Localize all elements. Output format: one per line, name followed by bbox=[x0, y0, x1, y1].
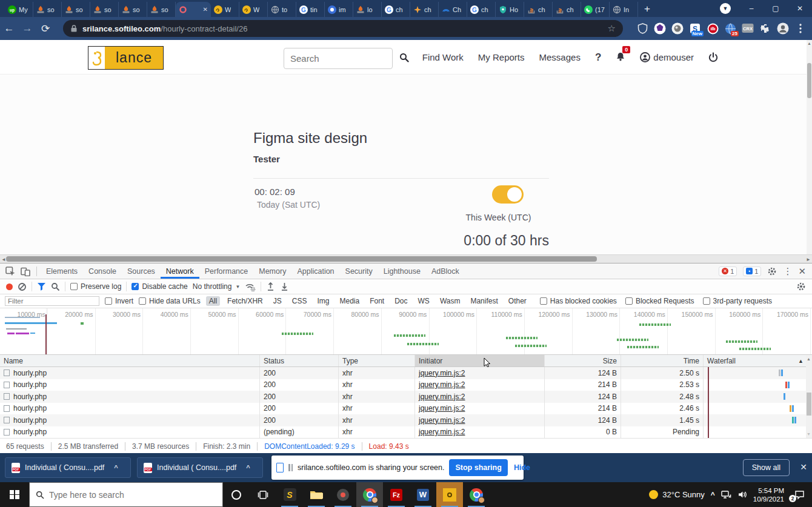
avatar-extension-icon[interactable] bbox=[776, 22, 790, 35]
hide-data-urls-checkbox[interactable]: Hide data URLs bbox=[139, 297, 201, 305]
chrome-profile-icon[interactable] bbox=[463, 482, 490, 507]
filter-checkbox-blocked-requests[interactable]: Blocked Requests bbox=[625, 297, 694, 305]
devtools-tab-memory[interactable]: Memory bbox=[253, 263, 291, 279]
bookmark-star-icon[interactable]: ☆ bbox=[608, 23, 616, 34]
table-row[interactable]: hourly.php200xhrjquery.min.js:2214 B2.53… bbox=[0, 379, 812, 391]
back-button[interactable]: ← bbox=[0, 22, 18, 35]
devtools-tab-performance[interactable]: Performance bbox=[199, 263, 254, 279]
network-conditions-icon[interactable] bbox=[245, 282, 256, 291]
table-row[interactable]: hourly.php200xhrjquery.min.js:2124 B2.48… bbox=[0, 391, 812, 403]
browser-tab[interactable]: im bbox=[325, 2, 353, 17]
reload-button[interactable]: ⟳ bbox=[36, 22, 55, 35]
column-header-name[interactable]: Name bbox=[0, 355, 259, 366]
browser-tab[interactable]: W bbox=[239, 2, 268, 17]
hidden-icons-chevron[interactable]: ^ bbox=[711, 491, 715, 499]
chevron-up-icon[interactable]: ^ bbox=[246, 464, 250, 471]
filter-funnel-icon[interactable] bbox=[37, 282, 46, 291]
initiator-link[interactable]: jquery.min.js:2 bbox=[419, 416, 465, 425]
shield-extension-icon[interactable] bbox=[636, 22, 649, 35]
filezilla-icon[interactable]: Fz bbox=[383, 482, 410, 507]
type-filter-doc[interactable]: Doc bbox=[391, 296, 410, 306]
nav-my-reports[interactable]: My Reports bbox=[478, 52, 525, 62]
snew-extension-icon[interactable]: SNew bbox=[688, 22, 702, 35]
scroll-left-arrow[interactable]: ◄ bbox=[1, 257, 6, 262]
browser-tab[interactable]: so bbox=[119, 2, 147, 17]
search-icon[interactable] bbox=[399, 53, 409, 62]
new-tab-button[interactable]: + bbox=[644, 3, 650, 15]
browser-tab[interactable]: Gch bbox=[382, 2, 410, 17]
devtools-tab-application[interactable]: Application bbox=[291, 263, 339, 279]
browser-tab[interactable]: ch bbox=[524, 2, 553, 17]
hand-extension-icon[interactable] bbox=[706, 22, 719, 35]
show-all-downloads-button[interactable]: Show all bbox=[743, 459, 790, 476]
start-button[interactable] bbox=[0, 482, 29, 507]
column-header-waterfall[interactable]: Waterfall bbox=[703, 355, 812, 366]
maximize-button[interactable]: ▢ bbox=[764, 0, 788, 17]
hide-share-link[interactable]: Hide bbox=[514, 463, 530, 472]
initiator-link[interactable]: jquery.min.js:2 bbox=[419, 369, 465, 377]
type-filter-font[interactable]: Font bbox=[367, 296, 387, 306]
column-header-status[interactable]: Status bbox=[259, 355, 338, 366]
browser-tab[interactable]: Ch bbox=[439, 2, 467, 17]
type-filter-css[interactable]: CSS bbox=[289, 296, 310, 306]
browser-tab[interactable]: so bbox=[147, 2, 176, 17]
browser-tab[interactable]: (17 bbox=[581, 2, 610, 17]
initiator-link[interactable]: jquery.min.js:2 bbox=[419, 404, 465, 413]
task-view-icon[interactable] bbox=[250, 482, 276, 507]
browser-tab[interactable]: W bbox=[211, 2, 239, 17]
scroll-up-arrow[interactable]: ▲ bbox=[807, 41, 812, 45]
kebab-extension-icon[interactable] bbox=[794, 22, 807, 35]
checkbox-unchecked[interactable] bbox=[70, 283, 78, 290]
type-filter-all[interactable]: All bbox=[206, 296, 220, 306]
notifications-bell[interactable]: 0 bbox=[616, 51, 625, 64]
taskbar-search[interactable] bbox=[29, 482, 223, 507]
shelf-close-icon[interactable]: ✕ bbox=[800, 462, 807, 472]
type-filter-other[interactable]: Other bbox=[505, 296, 530, 306]
browser-tab[interactable]: so bbox=[90, 2, 119, 17]
initiator-link[interactable]: jquery.min.js:2 bbox=[419, 428, 465, 436]
minimize-button[interactable]: – bbox=[739, 0, 764, 17]
throttling-dropdown[interactable]: No throttling▼ bbox=[193, 282, 241, 291]
browser-tab[interactable]: so bbox=[33, 2, 62, 17]
type-filter-fetchxhr[interactable]: Fetch/XHR bbox=[224, 296, 266, 306]
browser-tab[interactable]: In bbox=[610, 2, 638, 17]
browser-tab[interactable]: to bbox=[268, 2, 296, 17]
type-filter-js[interactable]: JS bbox=[270, 296, 285, 306]
device-toolbar-icon[interactable] bbox=[21, 267, 30, 276]
table-row[interactable]: hourly.php(pending)xhrjquery.min.js:20 B… bbox=[0, 426, 812, 439]
disable-cache-checkbox[interactable]: Disable cache bbox=[131, 282, 187, 291]
circle-extension-icon[interactable] bbox=[671, 22, 684, 35]
page-horizontal-scrollbar-thumb[interactable] bbox=[6, 256, 597, 262]
devtools-tab-elements[interactable]: Elements bbox=[41, 263, 83, 279]
action-center-icon[interactable]: 2 bbox=[790, 490, 808, 500]
network-overview-timeline[interactable]: 10000 ms20000 ms30000 ms40000 ms50000 ms… bbox=[0, 308, 812, 355]
browser-tab[interactable]: Ho bbox=[496, 2, 524, 17]
tab-close-icon[interactable]: ✕ bbox=[203, 6, 208, 13]
checkbox-unchecked[interactable] bbox=[703, 297, 710, 305]
browser-tab[interactable]: so bbox=[62, 2, 90, 17]
type-filter-manifest[interactable]: Manifest bbox=[467, 296, 501, 306]
crx-extension-icon[interactable]: CRX bbox=[741, 22, 754, 35]
checkbox-unchecked[interactable] bbox=[139, 297, 146, 305]
devtools-tab-console[interactable]: Console bbox=[83, 263, 122, 279]
export-har-icon[interactable] bbox=[280, 282, 289, 291]
inspect-element-icon[interactable] bbox=[5, 267, 15, 276]
preserve-log-checkbox[interactable]: Preserve log bbox=[70, 282, 121, 291]
sort-arrow-icon[interactable]: ▲ bbox=[798, 358, 804, 364]
forward-button[interactable]: → bbox=[18, 22, 36, 35]
table-row[interactable]: hourly.php200xhrjquery.min.js:2124 B1.45… bbox=[0, 414, 812, 426]
type-filter-media[interactable]: Media bbox=[336, 296, 362, 306]
logout-power-icon[interactable] bbox=[708, 52, 718, 62]
page-vertical-scrollbar[interactable]: ▲ bbox=[807, 40, 812, 254]
help-icon[interactable]: ? bbox=[595, 51, 601, 64]
browser-tab[interactable]: ch bbox=[410, 2, 439, 17]
page-vertical-scrollbar-thumb[interactable] bbox=[807, 63, 811, 98]
devtools-settings-gear-icon[interactable] bbox=[767, 267, 777, 276]
devtools-tab-security[interactable]: Security bbox=[340, 263, 378, 279]
type-filter-wasm[interactable]: Wasm bbox=[437, 296, 464, 306]
column-header-time[interactable]: Time bbox=[621, 355, 703, 366]
column-header-type[interactable]: Type bbox=[338, 355, 414, 366]
filter-input[interactable] bbox=[5, 296, 99, 306]
invert-checkbox[interactable]: Invert bbox=[105, 297, 133, 305]
devtools-tab-adblock[interactable]: AdBlock bbox=[426, 263, 465, 279]
